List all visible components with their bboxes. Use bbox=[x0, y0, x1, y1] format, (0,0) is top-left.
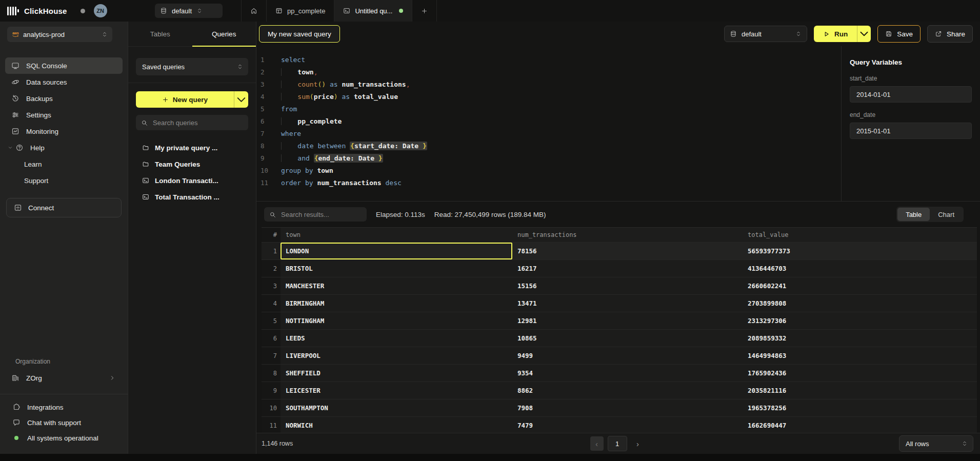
sidebar-item-monitoring[interactable]: Monitoring bbox=[5, 123, 123, 139]
table-cell[interactable]: 56593977373 bbox=[743, 243, 977, 259]
notification-dot-icon[interactable] bbox=[81, 9, 85, 13]
sidebar-footer-chat-with-support[interactable]: Chat with support bbox=[5, 415, 123, 430]
table-cell[interactable]: 2 bbox=[262, 260, 281, 277]
tab-tables[interactable]: Tables bbox=[128, 22, 192, 46]
saved-query-item[interactable]: Team Queries bbox=[128, 156, 256, 172]
table-cell[interactable]: 1464994863 bbox=[743, 347, 977, 364]
sidebar-subitem-support[interactable]: Support bbox=[0, 172, 128, 189]
sidebar-item-help[interactable]: Help bbox=[5, 139, 123, 156]
table-row[interactable]: 2BRISTOL162174136446703 bbox=[262, 260, 977, 277]
table-cell[interactable]: SOUTHAMPTON bbox=[281, 399, 512, 416]
table-row[interactable]: 6LEEDS108652089859332 bbox=[262, 330, 977, 347]
table-cell[interactable]: 2089859332 bbox=[743, 330, 977, 347]
sidebar-item-backups[interactable]: Backups bbox=[5, 90, 123, 107]
code-line[interactable]: 6 pp_complete bbox=[256, 115, 841, 127]
saved-query-item[interactable]: Total Transaction ... bbox=[128, 189, 256, 205]
table-cell[interactable]: NOTTINGHAM bbox=[281, 312, 512, 329]
table-cell[interactable]: 7908 bbox=[512, 399, 743, 416]
saved-queries-filter-select[interactable]: Saved queries bbox=[136, 58, 248, 75]
run-options-button[interactable] bbox=[857, 26, 871, 42]
code-line[interactable]: 1select bbox=[256, 53, 841, 66]
column-header-total_value[interactable]: total_value bbox=[743, 228, 977, 242]
variable-input-end_date[interactable] bbox=[850, 127, 971, 135]
table-row[interactable]: 9LEICESTER88622035821116 bbox=[262, 382, 977, 399]
table-cell[interactable]: 8 bbox=[262, 365, 281, 382]
table-row[interactable]: 7LIVERPOOL94991464994863 bbox=[262, 347, 977, 365]
table-cell[interactable]: 10865 bbox=[512, 330, 743, 347]
table-cell[interactable]: 4 bbox=[262, 295, 281, 312]
table-cell[interactable]: 16217 bbox=[512, 260, 743, 277]
sidebar-item-data-sources[interactable]: Data sources bbox=[5, 74, 123, 90]
sidebar-footer-integrations[interactable]: Integrations bbox=[5, 399, 123, 415]
sidebar-footer-all-systems-operational[interactable]: All systems operational bbox=[5, 430, 123, 446]
sidebar-item-settings[interactable]: Settings bbox=[5, 107, 123, 123]
topbar-tab-untitled-qu-[interactable]: Untitled qu... bbox=[334, 0, 412, 22]
variable-input-start_date[interactable] bbox=[850, 91, 971, 98]
view-chart-button[interactable]: Chart bbox=[930, 208, 963, 221]
code-line[interactable]: 9 and {end_date: Date } bbox=[256, 152, 841, 164]
save-button[interactable]: Save bbox=[877, 25, 921, 43]
code-line[interactable]: 4 sum(price) as total_value bbox=[256, 90, 841, 103]
saved-query-item[interactable]: My private query ... bbox=[128, 139, 256, 156]
table-cell[interactable]: 8862 bbox=[512, 382, 743, 399]
column-header-town[interactable]: town bbox=[281, 228, 512, 242]
table-row[interactable]: 10SOUTHAMPTON79081965378256 bbox=[262, 399, 977, 417]
add-service-button[interactable] bbox=[117, 32, 122, 36]
topbar-database-select[interactable]: default bbox=[155, 4, 223, 18]
more-options-icon[interactable] bbox=[969, 212, 973, 216]
table-cell[interactable]: BIRMINGHAM bbox=[281, 295, 512, 312]
sql-editor[interactable]: 1select2 town,3 count() as num_transacti… bbox=[256, 46, 841, 201]
view-table-button[interactable]: Table bbox=[897, 208, 930, 221]
share-button[interactable]: Share bbox=[927, 25, 973, 43]
table-cell[interactable]: 1765902436 bbox=[743, 365, 977, 382]
table-cell[interactable]: 2660602241 bbox=[743, 277, 977, 294]
table-cell[interactable]: BRISTOL bbox=[281, 260, 512, 277]
table-row[interactable]: 11NORWICH74791662690447 bbox=[262, 417, 977, 434]
table-row[interactable]: 5NOTTINGHAM129812313297306 bbox=[262, 312, 977, 330]
table-cell[interactable]: 6 bbox=[262, 330, 281, 347]
code-line[interactable]: 3 count() as num_transactions, bbox=[256, 78, 841, 90]
table-cell[interactable]: 2035821116 bbox=[743, 382, 977, 399]
table-cell[interactable]: 5 bbox=[262, 312, 281, 329]
column-header-index[interactable]: # bbox=[262, 228, 281, 242]
code-line[interactable]: 2 town, bbox=[256, 66, 841, 78]
table-cell[interactable]: 7 bbox=[262, 347, 281, 364]
table-cell[interactable]: NORWICH bbox=[281, 417, 512, 434]
table-cell[interactable]: 1 bbox=[262, 243, 281, 259]
code-line[interactable]: 10group by town bbox=[256, 164, 841, 176]
saved-query-item[interactable]: London Transacti... bbox=[128, 172, 256, 189]
page-size-select[interactable]: All rows bbox=[899, 435, 973, 452]
run-button[interactable]: Run bbox=[814, 26, 871, 42]
search-results-input[interactable] bbox=[280, 210, 362, 219]
home-tab[interactable] bbox=[241, 0, 266, 22]
organization-item[interactable]: ZOrg bbox=[5, 370, 123, 386]
workspace-select[interactable]: aws analytics-prod bbox=[7, 27, 112, 42]
editor-database-select[interactable]: default bbox=[724, 26, 807, 42]
table-cell[interactable]: 7479 bbox=[512, 417, 743, 434]
search-queries-input[interactable] bbox=[152, 118, 243, 127]
new-query-dropdown-button[interactable] bbox=[234, 91, 248, 108]
table-cell[interactable]: MANCHESTER bbox=[281, 277, 512, 294]
table-cell[interactable]: 13471 bbox=[512, 295, 743, 312]
code-line[interactable]: 7where bbox=[256, 127, 841, 139]
sidebar-subitem-learn[interactable]: Learn bbox=[0, 156, 128, 172]
user-avatar[interactable]: ZN bbox=[94, 4, 107, 17]
current-page-button[interactable]: 1 bbox=[608, 436, 627, 451]
code-line[interactable]: 11order by num_transactions desc bbox=[256, 176, 841, 189]
table-row[interactable]: 3MANCHESTER151562660602241 bbox=[262, 277, 977, 295]
new-query-button[interactable]: New query bbox=[136, 91, 248, 108]
code-line[interactable]: 5from bbox=[256, 103, 841, 115]
saved-query-tab[interactable]: My new saved query bbox=[259, 25, 340, 43]
column-header-num_transactions[interactable]: num_transactions bbox=[512, 228, 743, 242]
table-row[interactable]: 8SHEFFIELD93541765902436 bbox=[262, 365, 977, 382]
table-cell[interactable]: 3 bbox=[262, 277, 281, 294]
next-page-button[interactable]: › bbox=[631, 436, 645, 451]
table-cell[interactable]: 9 bbox=[262, 382, 281, 399]
table-cell[interactable]: 1965378256 bbox=[743, 399, 977, 416]
table-row[interactable]: 4BIRMINGHAM134712703899808 bbox=[262, 295, 977, 312]
table-cell[interactable]: 10 bbox=[262, 399, 281, 416]
sidebar-item-sql-console[interactable]: SQL Console bbox=[5, 57, 123, 74]
table-cell[interactable]: 78156 bbox=[512, 243, 743, 259]
table-row[interactable]: 1LONDON7815656593977373 bbox=[262, 243, 977, 260]
table-cell[interactable]: LEEDS bbox=[281, 330, 512, 347]
